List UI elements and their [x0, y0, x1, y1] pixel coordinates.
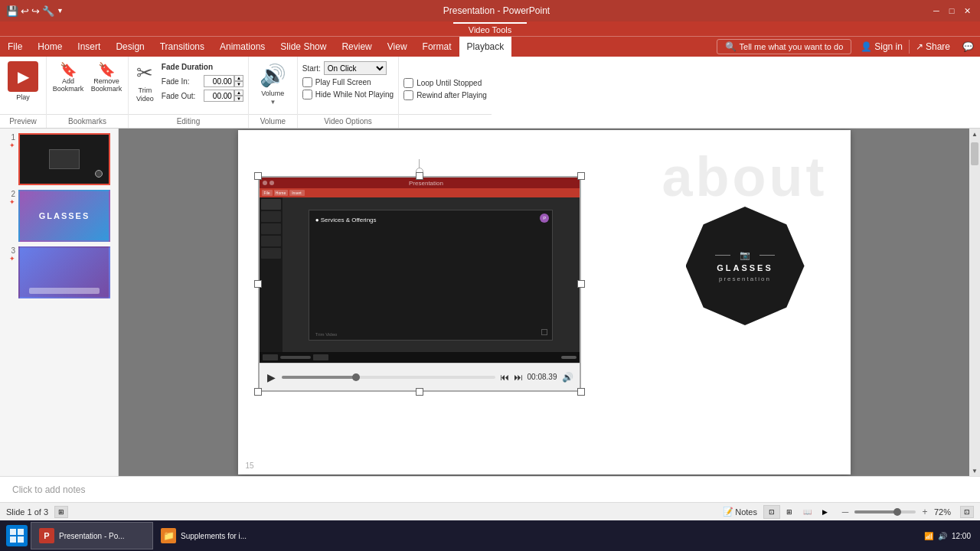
- fade-out-up[interactable]: ▲: [234, 90, 243, 96]
- undo-icon[interactable]: ↩: [21, 5, 29, 17]
- tell-me-bar[interactable]: 🔍 Tell me what you want to do: [717, 39, 852, 54]
- menu-item-review[interactable]: Review: [334, 37, 379, 57]
- video-time: 00:08.39: [528, 373, 557, 381]
- tray-network-icon[interactable]: 📶: [924, 532, 933, 540]
- folder-icon: 📁: [161, 528, 176, 543]
- zoom-out-btn[interactable]: ─: [839, 506, 851, 518]
- deco-shape-container: 📷 GLASSES presentation: [686, 207, 805, 325]
- playback-group-label: [399, 114, 492, 128]
- right-scrollbar: ▲ ▼: [969, 129, 980, 476]
- slide-sorter-btn[interactable]: ⊞: [781, 505, 798, 519]
- play-full-screen-checkbox[interactable]: [302, 77, 312, 87]
- add-bookmark-button[interactable]: 🔖 AddBookmark: [51, 60, 85, 95]
- fit-window-btn[interactable]: ⊡: [960, 506, 974, 518]
- slide-area: 15 about 📷 GLASSES presentation: [238, 130, 851, 474]
- video-element[interactable]: Presentation File Home Insert: [258, 176, 581, 392]
- scroll-track[interactable]: [969, 139, 980, 465]
- handle-mr[interactable]: [577, 280, 585, 288]
- start-button[interactable]: [3, 522, 31, 549]
- ribbon-group-playback-opts: Loop Until Stopped Rewind after Playing: [399, 57, 492, 128]
- normal-view-btn[interactable]: ⊡: [763, 505, 780, 519]
- powerpoint-icon: P: [39, 528, 54, 543]
- fade-in-down[interactable]: ▼: [234, 81, 243, 87]
- menu-item-slideshow[interactable]: Slide Show: [273, 37, 334, 57]
- handle-bl[interactable]: [254, 388, 262, 396]
- maximize-btn[interactable]: □: [945, 4, 959, 18]
- menu-item-view[interactable]: View: [380, 37, 415, 57]
- fit-slide-btn[interactable]: ⊞: [54, 506, 68, 518]
- ribbon-group-video-options: Start: On Click Automatically Play Full …: [298, 57, 399, 128]
- hide-while-checkbox[interactable]: [302, 90, 312, 99]
- notes-label: Notes: [735, 507, 757, 517]
- volume-button[interactable]: 🔊 Volume ▼: [253, 60, 292, 109]
- zoom-thumb[interactable]: [893, 508, 901, 516]
- fade-in-input[interactable]: [204, 75, 234, 87]
- video-play-btn[interactable]: ▶: [266, 370, 277, 385]
- progress-thumb[interactable]: [352, 373, 360, 381]
- rewind-checkbox[interactable]: [403, 90, 413, 100]
- play-icon: ▶: [8, 61, 38, 92]
- menu-item-playback[interactable]: Playback: [459, 37, 512, 57]
- share-btn[interactable]: ↗ Share: [909, 40, 956, 54]
- slide-num-2: 2: [11, 190, 15, 198]
- video-rewind-btn[interactable]: ⏮: [500, 372, 509, 383]
- hide-while-not-playing-row: Hide While Not Playing: [302, 90, 394, 99]
- scroll-down-btn[interactable]: ▼: [969, 465, 980, 476]
- fade-in-up[interactable]: ▲: [234, 75, 243, 81]
- remove-bookmark-button[interactable]: 🔖 RemoveBookmark: [90, 60, 123, 95]
- menu-item-design[interactable]: Design: [108, 37, 152, 57]
- close-btn[interactable]: ✕: [960, 4, 974, 18]
- notes-view-btn[interactable]: 📝 Notes: [723, 507, 757, 517]
- tray-volume-icon[interactable]: 🔊: [938, 532, 947, 540]
- fade-out-spinners: ▲ ▼: [234, 90, 243, 102]
- loop-checkbox[interactable]: [403, 78, 413, 88]
- handle-tr[interactable]: [577, 172, 585, 180]
- scroll-thumb[interactable]: [971, 142, 978, 165]
- slide-thumb-1[interactable]: 1 ✦: [3, 133, 115, 185]
- ribbon-group-editing: ✂ TrimVideo Fade Duration Fade In:: [129, 57, 249, 128]
- inner-content: ● Services & Offerings P Trim Video: [260, 197, 580, 352]
- slide-thumb-2[interactable]: 2 ✦ GLASSES: [3, 190, 115, 242]
- handle-tm[interactable]: [416, 172, 423, 180]
- presentation-view-btn[interactable]: ▶: [816, 505, 833, 519]
- trim-video-button[interactable]: ✂ TrimVideo: [133, 60, 157, 105]
- minimize-btn[interactable]: ─: [929, 4, 943, 18]
- sign-in-btn[interactable]: 👤 Sign in: [854, 40, 909, 54]
- inner-ribbon: File Home Insert: [260, 188, 580, 197]
- menu-item-animations[interactable]: Animations: [212, 37, 273, 57]
- fade-out-input[interactable]: [204, 90, 234, 102]
- dropdown-icon[interactable]: ▼: [57, 7, 64, 15]
- handle-br[interactable]: [577, 388, 585, 396]
- start-select[interactable]: On Click Automatically: [324, 61, 387, 75]
- zoom-slider[interactable]: [854, 510, 916, 514]
- editing-group-label: Editing: [129, 114, 248, 128]
- progress-bar[interactable]: [282, 376, 495, 379]
- handle-tl[interactable]: [254, 172, 262, 180]
- zoom-in-btn[interactable]: +: [919, 506, 931, 518]
- save-icon[interactable]: 💾: [6, 5, 18, 17]
- comment-icon[interactable]: 💬: [956, 40, 980, 54]
- menu-item-file[interactable]: File: [0, 37, 30, 57]
- menu-item-home[interactable]: Home: [30, 37, 70, 57]
- video-forward-btn[interactable]: ⏭: [514, 372, 523, 383]
- taskbar-item-powerpoint[interactable]: P Presentation - Po...: [31, 522, 153, 549]
- reading-view-btn[interactable]: 📖: [799, 505, 815, 519]
- ribbon-group-volume: 🔊 Volume ▼ Volume: [249, 57, 298, 128]
- play-button[interactable]: ▶ Play: [5, 60, 41, 103]
- notes-bar[interactable]: Click to add notes: [0, 476, 980, 502]
- menu-item-transitions[interactable]: Transitions: [152, 37, 212, 57]
- scroll-up-btn[interactable]: ▲: [969, 129, 980, 139]
- slide-thumb-3[interactable]: 3 ✦: [3, 246, 115, 298]
- trim-icon: ✂: [136, 61, 153, 85]
- menu-item-format[interactable]: Format: [415, 37, 459, 57]
- customize-icon[interactable]: 🔧: [42, 5, 54, 17]
- handle-bm[interactable]: [416, 388, 423, 396]
- slide-num-1: 1: [11, 133, 15, 142]
- video-volume-btn[interactable]: 🔊: [562, 372, 573, 383]
- fade-out-down[interactable]: ▼: [234, 96, 243, 102]
- taskbar-item-supplements[interactable]: 📁 Supplements for i...: [153, 522, 276, 549]
- redo-icon[interactable]: ↪: [31, 5, 40, 17]
- handle-ml[interactable]: [254, 280, 262, 288]
- remove-bookmark-icon: 🔖: [98, 61, 115, 78]
- menu-item-insert[interactable]: Insert: [70, 37, 108, 57]
